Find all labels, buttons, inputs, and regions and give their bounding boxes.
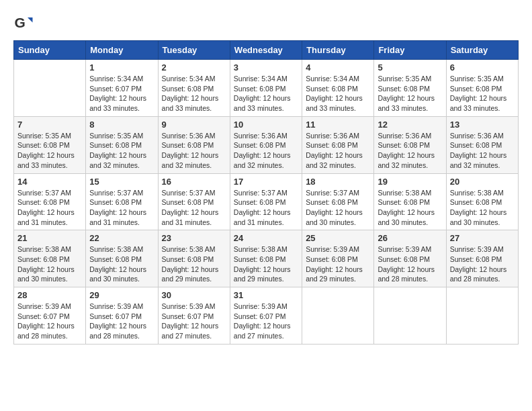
day-number: 7: [17, 120, 82, 130]
calendar-cell: 18Sunrise: 5:37 AM Sunset: 6:08 PM Dayli…: [302, 173, 374, 230]
column-header-thursday: Thursday: [302, 41, 374, 60]
day-number: 12: [378, 120, 442, 130]
calendar-cell: 6Sunrise: 5:35 AM Sunset: 6:08 PM Daylig…: [446, 60, 518, 117]
day-number: 6: [450, 62, 515, 73]
day-detail: Sunrise: 5:37 AM Sunset: 6:08 PM Dayligh…: [306, 188, 370, 228]
calendar-cell: 19Sunrise: 5:38 AM Sunset: 6:08 PM Dayli…: [374, 173, 446, 230]
day-number: 9: [162, 120, 226, 130]
calendar-table: SundayMondayTuesdayWednesdayThursdayFrid…: [13, 40, 519, 345]
day-detail: Sunrise: 5:37 AM Sunset: 6:08 PM Dayligh…: [162, 188, 226, 228]
day-number: 8: [89, 120, 154, 130]
calendar-cell: 14Sunrise: 5:37 AM Sunset: 6:08 PM Dayli…: [14, 173, 86, 230]
calendar-cell: 27Sunrise: 5:39 AM Sunset: 6:08 PM Dayli…: [446, 230, 518, 287]
day-detail: Sunrise: 5:38 AM Sunset: 6:08 PM Dayligh…: [450, 188, 515, 228]
logo-icon: G: [13, 13, 34, 34]
day-detail: Sunrise: 5:38 AM Sunset: 6:08 PM Dayligh…: [162, 244, 226, 284]
calendar-cell: [302, 287, 374, 345]
calendar-cell: 22Sunrise: 5:38 AM Sunset: 6:08 PM Dayli…: [86, 230, 158, 287]
calendar-cell: 1Sunrise: 5:34 AM Sunset: 6:07 PM Daylig…: [86, 60, 158, 117]
calendar-cell: [374, 287, 446, 345]
day-number: 28: [17, 290, 82, 300]
calendar-cell: 29Sunrise: 5:39 AM Sunset: 6:07 PM Dayli…: [86, 287, 158, 345]
calendar-cell: 23Sunrise: 5:38 AM Sunset: 6:08 PM Dayli…: [158, 230, 230, 287]
calendar-cell: 13Sunrise: 5:36 AM Sunset: 6:08 PM Dayli…: [446, 116, 518, 173]
calendar-cell: [14, 60, 86, 117]
day-number: 3: [234, 62, 298, 73]
day-number: 10: [234, 120, 298, 130]
day-number: 13: [450, 120, 515, 130]
calendar-cell: [446, 287, 518, 345]
calendar-cell: 17Sunrise: 5:37 AM Sunset: 6:08 PM Dayli…: [230, 173, 302, 230]
day-detail: Sunrise: 5:38 AM Sunset: 6:08 PM Dayligh…: [89, 244, 154, 284]
day-detail: Sunrise: 5:36 AM Sunset: 6:08 PM Dayligh…: [234, 131, 298, 171]
calendar-cell: 3Sunrise: 5:34 AM Sunset: 6:08 PM Daylig…: [230, 60, 302, 117]
day-detail: Sunrise: 5:39 AM Sunset: 6:08 PM Dayligh…: [450, 244, 515, 284]
day-detail: Sunrise: 5:37 AM Sunset: 6:08 PM Dayligh…: [234, 188, 298, 228]
day-number: 18: [306, 177, 370, 187]
day-detail: Sunrise: 5:39 AM Sunset: 6:07 PM Dayligh…: [89, 302, 154, 341]
day-number: 31: [234, 290, 298, 300]
day-detail: Sunrise: 5:36 AM Sunset: 6:08 PM Dayligh…: [378, 131, 442, 171]
calendar-cell: 5Sunrise: 5:35 AM Sunset: 6:08 PM Daylig…: [374, 60, 446, 117]
day-detail: Sunrise: 5:36 AM Sunset: 6:08 PM Dayligh…: [306, 131, 370, 171]
calendar-cell: 30Sunrise: 5:39 AM Sunset: 6:07 PM Dayli…: [158, 287, 230, 345]
calendar-cell: 21Sunrise: 5:38 AM Sunset: 6:08 PM Dayli…: [14, 230, 86, 287]
calendar-week-row: 21Sunrise: 5:38 AM Sunset: 6:08 PM Dayli…: [14, 230, 519, 287]
calendar-cell: 16Sunrise: 5:37 AM Sunset: 6:08 PM Dayli…: [158, 173, 230, 230]
calendar-cell: 20Sunrise: 5:38 AM Sunset: 6:08 PM Dayli…: [446, 173, 518, 230]
day-number: 25: [306, 233, 370, 243]
calendar-cell: 7Sunrise: 5:35 AM Sunset: 6:08 PM Daylig…: [14, 116, 86, 173]
calendar-cell: 9Sunrise: 5:36 AM Sunset: 6:08 PM Daylig…: [158, 116, 230, 173]
day-detail: Sunrise: 5:34 AM Sunset: 6:08 PM Dayligh…: [234, 74, 298, 113]
day-number: 4: [306, 62, 370, 73]
svg-marker-1: [28, 17, 33, 23]
day-number: 20: [450, 177, 515, 187]
day-detail: Sunrise: 5:37 AM Sunset: 6:08 PM Dayligh…: [89, 188, 154, 228]
day-number: 5: [378, 62, 442, 73]
calendar-week-row: 28Sunrise: 5:39 AM Sunset: 6:07 PM Dayli…: [14, 287, 519, 345]
day-detail: Sunrise: 5:38 AM Sunset: 6:08 PM Dayligh…: [17, 244, 82, 284]
day-detail: Sunrise: 5:39 AM Sunset: 6:08 PM Dayligh…: [306, 244, 370, 284]
column-header-tuesday: Tuesday: [158, 41, 230, 60]
day-number: 21: [17, 233, 82, 243]
calendar-cell: 25Sunrise: 5:39 AM Sunset: 6:08 PM Dayli…: [302, 230, 374, 287]
svg-text:G: G: [15, 15, 26, 30]
day-detail: Sunrise: 5:34 AM Sunset: 6:07 PM Dayligh…: [89, 74, 154, 113]
day-number: 15: [89, 177, 154, 187]
day-number: 29: [89, 290, 154, 300]
day-number: 2: [162, 62, 226, 73]
day-number: 23: [162, 233, 226, 243]
day-number: 27: [450, 233, 515, 243]
day-detail: Sunrise: 5:39 AM Sunset: 6:07 PM Dayligh…: [162, 302, 226, 341]
day-number: 30: [162, 290, 226, 300]
logo: G: [13, 13, 36, 34]
day-detail: Sunrise: 5:38 AM Sunset: 6:08 PM Dayligh…: [378, 188, 442, 228]
column-header-sunday: Sunday: [14, 41, 86, 60]
day-detail: Sunrise: 5:35 AM Sunset: 6:08 PM Dayligh…: [378, 74, 442, 113]
calendar-cell: 12Sunrise: 5:36 AM Sunset: 6:08 PM Dayli…: [374, 116, 446, 173]
day-detail: Sunrise: 5:39 AM Sunset: 6:08 PM Dayligh…: [378, 244, 442, 284]
day-number: 26: [378, 233, 442, 243]
day-detail: Sunrise: 5:34 AM Sunset: 6:08 PM Dayligh…: [306, 74, 370, 113]
day-number: 1: [89, 62, 154, 73]
day-number: 16: [162, 177, 226, 187]
calendar-cell: 31Sunrise: 5:39 AM Sunset: 6:07 PM Dayli…: [230, 287, 302, 345]
calendar-cell: 24Sunrise: 5:38 AM Sunset: 6:08 PM Dayli…: [230, 230, 302, 287]
column-header-wednesday: Wednesday: [230, 41, 302, 60]
calendar-week-row: 1Sunrise: 5:34 AM Sunset: 6:07 PM Daylig…: [14, 60, 519, 117]
day-number: 17: [234, 177, 298, 187]
calendar-week-row: 7Sunrise: 5:35 AM Sunset: 6:08 PM Daylig…: [14, 116, 519, 173]
day-detail: Sunrise: 5:38 AM Sunset: 6:08 PM Dayligh…: [234, 244, 298, 284]
day-number: 22: [89, 233, 154, 243]
column-header-monday: Monday: [86, 41, 158, 60]
calendar-header-row: SundayMondayTuesdayWednesdayThursdayFrid…: [14, 41, 519, 60]
day-number: 14: [17, 177, 82, 187]
calendar-cell: 15Sunrise: 5:37 AM Sunset: 6:08 PM Dayli…: [86, 173, 158, 230]
day-detail: Sunrise: 5:36 AM Sunset: 6:08 PM Dayligh…: [450, 131, 515, 171]
day-detail: Sunrise: 5:35 AM Sunset: 6:08 PM Dayligh…: [450, 74, 515, 113]
day-number: 24: [234, 233, 298, 243]
calendar-cell: 4Sunrise: 5:34 AM Sunset: 6:08 PM Daylig…: [302, 60, 374, 117]
column-header-saturday: Saturday: [446, 41, 518, 60]
calendar-week-row: 14Sunrise: 5:37 AM Sunset: 6:08 PM Dayli…: [14, 173, 519, 230]
calendar-cell: 11Sunrise: 5:36 AM Sunset: 6:08 PM Dayli…: [302, 116, 374, 173]
